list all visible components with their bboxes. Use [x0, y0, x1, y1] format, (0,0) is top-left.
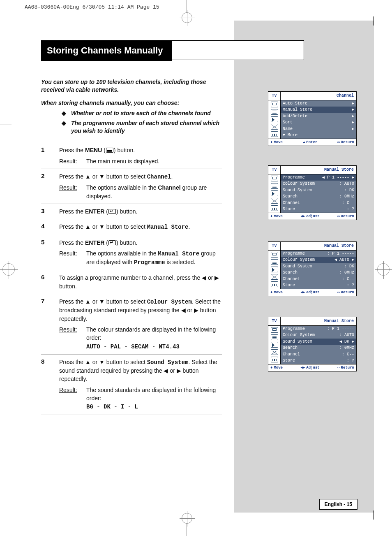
osd-body: Programme: P 1 -----Colour System: AUTOS… — [268, 326, 356, 364]
osd-row-value: : DK — [344, 188, 354, 193]
menu-icon — [271, 109, 278, 115]
osd-row-value: : AUTO — [339, 332, 354, 338]
osd-icon-column — [268, 100, 281, 139]
osd-header: TVManual Store — [268, 166, 356, 174]
osd-row-label: Manual Store — [283, 107, 312, 113]
osd-row-value: ▶ — [352, 120, 354, 125]
right-arrow-icon: ▶ — [352, 114, 354, 119]
osd-row: ▼ More — [281, 132, 356, 139]
osd-row-label: Colour System — [283, 181, 315, 187]
up-down-icon: ♦ — [270, 140, 272, 145]
osd-title: Manual Store — [281, 317, 356, 325]
osd-row-label: Sound System — [283, 264, 312, 269]
osd-tv-label: TV — [268, 317, 281, 325]
osd-row-value: ◀ P 1 ----- ▶ — [322, 175, 354, 181]
right-arrow-icon: ▶ — [352, 126, 354, 132]
osd-tv-label: TV — [268, 166, 281, 174]
osd-row: Programme◀ P 1 ----- ▶ — [281, 174, 356, 181]
osd-row: Colour System: AUTO — [281, 332, 356, 339]
result-text: The colour standards are displayed in th… — [86, 325, 222, 351]
bullet-item: ◆Whether or not to store each of the cha… — [62, 109, 222, 117]
osd-row-value: : AUTO — [339, 181, 354, 187]
osd-row-value: : ? — [347, 207, 354, 212]
diamond-icon: ◆ — [62, 109, 66, 117]
osd-body: Programme: P 1 -----Colour System◀ AUTO … — [268, 251, 356, 289]
channel-icon — [271, 124, 278, 130]
step-number: 5 — [41, 239, 59, 267]
return-icon: ▭ — [337, 214, 339, 219]
osd-row-label: Colour System — [283, 257, 315, 263]
left-right-icon: ◀▶ — [300, 365, 305, 370]
osd-foot-move: ♦ Move — [270, 290, 283, 295]
osd-header: TVManual Store — [268, 242, 356, 251]
result-row: Result:The sound standards are displayed… — [59, 386, 222, 411]
osd-row-label: Channel — [283, 276, 300, 282]
osd-tv-label: TV — [268, 92, 281, 100]
osd-row-label: Sort — [283, 120, 293, 125]
osd-rows: Programme: P 1 -----Colour System: AUTOS… — [281, 326, 356, 364]
osd-icon-column — [268, 326, 281, 364]
osd-row-value: : P 1 ----- — [327, 326, 354, 332]
step-number: 4 — [41, 223, 59, 231]
left-right-icon: ◀▶ — [300, 214, 305, 219]
frame-right-top — [374, 16, 374, 26]
osd-row-value: ▶ — [352, 101, 354, 107]
osd-tv-label: TV — [268, 242, 281, 250]
osd-row-value: : 0MHz — [339, 270, 354, 276]
osd-title: Channel — [281, 92, 356, 100]
osd-row: Sound System◀ DK ▶ — [281, 339, 356, 345]
enter-icon: ↵ — [303, 140, 305, 145]
channel-icon — [271, 349, 278, 355]
frame-right-bottom — [374, 510, 374, 520]
osd-screen: TVManual StoreProgramme◀ P 1 ----- ▶Colo… — [268, 165, 357, 220]
return-icon: ▭ — [337, 290, 339, 295]
crop-target-top — [182, 12, 192, 23]
bullet-item: ◆The programme number of each stored cha… — [62, 119, 222, 135]
osd-title: Manual Store — [281, 242, 356, 250]
osd-footer: ♦ Move↵Enter▭ Return — [268, 139, 356, 146]
step: 4Press the ▲ or ▼ button to select Manua… — [41, 219, 222, 235]
osd-icon-column — [268, 174, 281, 213]
osd-row: Channel: C-- — [281, 276, 356, 283]
result-text: The sound standards are displayed in the… — [86, 386, 222, 411]
osd-row: Add/Delete ▶ — [281, 113, 356, 120]
step: 2Press the ▲ or ▼ button to select Chann… — [41, 169, 222, 204]
osd-row-label: Sound System — [283, 188, 312, 193]
osd-row-value: : ? — [347, 283, 354, 288]
sound-icon — [271, 342, 278, 348]
result-row: Result:The colour standards are displaye… — [59, 325, 222, 351]
osd-body: Programme◀ P 1 ----- ▶Colour System: AUT… — [268, 174, 356, 213]
crop-tick — [0, 136, 12, 136]
picture-icon — [271, 102, 278, 107]
osd-row-value: : C-- — [342, 352, 354, 357]
result-row: Result:The main menu is displayed. — [59, 157, 222, 165]
registration-mark-right — [377, 263, 390, 276]
osd-row-value: ▶ — [352, 114, 354, 119]
osd-row-value: ◀ AUTO ▶ — [334, 257, 354, 263]
right-arrow-icon: ▶ — [352, 107, 354, 113]
step-body: Press the ▲ or ▼ button to select Manual… — [59, 223, 222, 231]
channel-icon — [271, 274, 278, 280]
osd-title: Manual Store — [281, 166, 356, 174]
result-text: The options available in the Manual Stor… — [86, 249, 222, 267]
sound-icon — [271, 190, 278, 196]
up-down-icon: ♦ — [270, 365, 272, 370]
return-icon: ▭ — [337, 365, 339, 370]
print-header: AA68-03660A-00Eng 6/30/05 11:14 AM Page … — [25, 4, 159, 10]
osd-row: Channel: C-- — [281, 200, 356, 207]
step-number: 2 — [41, 172, 59, 200]
step-body: Press the ▲ or ▼ button to select Channe… — [59, 172, 222, 200]
setup-icon — [271, 131, 278, 137]
osd-row-label: Channel — [283, 200, 300, 206]
right-arrow-icon: ▶ — [352, 101, 354, 107]
osd-row: Sound System: DK — [281, 187, 356, 194]
step-number: 3 — [41, 207, 59, 216]
result-label: Result: — [59, 249, 86, 267]
menu-icon — [271, 334, 278, 340]
osd-foot-move: ♦ Move — [270, 140, 283, 145]
osd-row: Store: ? — [281, 357, 356, 364]
step-body: Press the ENTER () button. — [59, 207, 222, 216]
osd-row-label: Channel — [283, 352, 300, 357]
osd-row-value: : DK — [344, 264, 354, 269]
step-body: Press the ENTER () button.Result:The opt… — [59, 239, 222, 267]
